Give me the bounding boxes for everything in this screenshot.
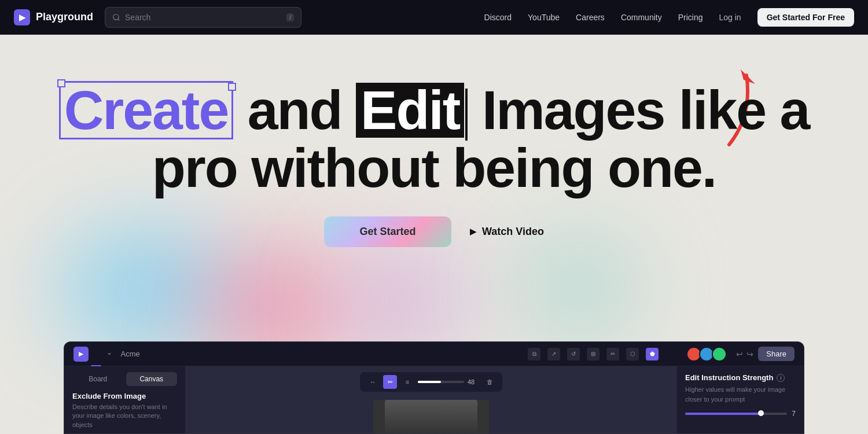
undo-icon[interactable]: ↩: [736, 350, 743, 359]
sidebar-section-desc: Describe details you don't want in your …: [72, 403, 177, 429]
svg-point-0: [113, 14, 119, 19]
right-panel-desc: Higher values will make your image close…: [685, 385, 796, 404]
navbar: ▶ Playground / Discord YouTube Careers C…: [0, 0, 868, 35]
canvas-slider-value: 48: [468, 378, 479, 385]
nav-cta-button[interactable]: Get Started For Free: [757, 8, 854, 27]
search-icon: [112, 13, 120, 21]
watch-video-label: Watch Video: [482, 226, 544, 238]
blob-green: [521, 243, 637, 330]
topbar-frame-icon[interactable]: ⊞: [587, 348, 599, 361]
headline-create: Create: [59, 81, 234, 139]
app-right-panel: Edit Instruction Strength i Higher value…: [676, 366, 804, 434]
hero-buttons: Get Started ▶ Watch Video: [324, 216, 544, 247]
app-content: Board Canvas Exclude From Image Describe…: [64, 366, 804, 434]
app-name-label: Acme: [121, 350, 140, 358]
app-sidebar: Board Canvas Exclude From Image Describe…: [64, 366, 186, 434]
topbar-arrow-icon[interactable]: ↗: [547, 348, 560, 361]
redo-icon[interactable]: ↪: [746, 350, 753, 359]
app-preview: ▶ pro Acme ⧉ ↗ ↺ ⊞ ✏ ⬡ ⬟ ↩ ↪ Sha: [64, 341, 804, 434]
rp-slider-track[interactable]: [685, 413, 787, 415]
sidebar-tab-board[interactable]: Board: [72, 372, 124, 386]
right-panel-slider: 7: [685, 410, 796, 418]
topbar-bucket-icon[interactable]: ⬡: [626, 348, 639, 361]
hero-section: Create and Edit Images like a pro withou…: [0, 35, 868, 434]
canvas-thumbnail: [373, 400, 489, 434]
hero-headline: Create and Edit Images like a pro withou…: [36, 81, 833, 196]
sidebar-tab-canvas[interactable]: Canvas: [126, 372, 178, 386]
headline-line2: pro without being one.: [152, 137, 716, 198]
headline-edit: Edit: [356, 83, 464, 138]
nav-link-discord[interactable]: Discord: [484, 13, 512, 22]
canvas-tool-align[interactable]: ≡: [400, 375, 414, 389]
topbar-pen-icon[interactable]: ✏: [606, 348, 619, 361]
canvas-tool-arrow[interactable]: ↔: [366, 375, 380, 389]
nav-logo[interactable]: ▶ Playground: [14, 9, 93, 25]
app-logo-small: ▶: [73, 347, 89, 362]
search-container: /: [105, 7, 301, 28]
rp-slider-value: 7: [792, 410, 796, 418]
nav-link-youtube[interactable]: YouTube: [528, 13, 560, 22]
avatar-3: [712, 347, 727, 362]
headline-and: and: [248, 79, 356, 141]
nav-link-community[interactable]: Community: [621, 13, 662, 22]
canvas-slider-container: [418, 381, 464, 383]
nav-links: Discord YouTube Careers Community Pricin…: [484, 8, 854, 27]
topbar-brush-icon[interactable]: ⬟: [646, 348, 659, 361]
get-started-button[interactable]: Get Started: [324, 216, 451, 247]
canvas-slider-track[interactable]: [418, 381, 464, 383]
canvas-tool-brush[interactable]: ✏: [383, 375, 397, 389]
blob-purple: [347, 249, 463, 353]
canvas-image: [385, 400, 477, 434]
search-shortcut: /: [286, 13, 294, 21]
nav-link-pricing[interactable]: Pricing: [678, 13, 703, 22]
right-panel-title: Edit Instruction Strength i: [685, 373, 796, 382]
text-cursor: [465, 89, 468, 141]
headline-rest: Images like a: [482, 79, 809, 141]
rp-slider-fill: [685, 413, 762, 415]
app-topbar-icons: ⧉ ↗ ↺ ⊞ ✏ ⬡ ⬟: [528, 348, 659, 361]
headline-edit-wrapper: Edit: [356, 83, 468, 141]
nav-logo-text: Playground: [36, 11, 93, 23]
right-panel-title-text: Edit Instruction Strength: [685, 373, 773, 382]
sidebar-tabs: Board Canvas: [72, 372, 177, 386]
canvas-tool-delete[interactable]: 🗑: [483, 375, 496, 389]
watch-video-button[interactable]: ▶ Watch Video: [470, 226, 544, 238]
dropdown-icon: [106, 351, 113, 358]
undo-redo-controls: ↩ ↪: [736, 350, 753, 359]
topbar-duplicate-icon[interactable]: ⧉: [528, 348, 540, 361]
app-canvas: ↔ ✏ ≡ 48 🗑: [186, 366, 676, 434]
app-topbar: ▶ pro Acme ⧉ ↗ ↺ ⊞ ✏ ⬡ ⬟ ↩ ↪ Sha: [64, 342, 804, 366]
play-icon: ▶: [470, 227, 476, 236]
sidebar-section-title: Exclude From Image: [72, 392, 177, 400]
rp-slider-thumb: [758, 410, 764, 416]
nav-login-link[interactable]: Log in: [719, 13, 741, 22]
canvas-toolbar: ↔ ✏ ≡ 48 🗑: [360, 372, 502, 392]
topbar-rotate-icon[interactable]: ↺: [567, 348, 580, 361]
share-button[interactable]: Share: [758, 347, 795, 361]
nav-link-careers[interactable]: Careers: [576, 13, 605, 22]
canvas-slider-fill: [418, 381, 441, 383]
search-input[interactable]: [125, 13, 282, 22]
logo-icon: ▶: [14, 9, 30, 25]
app-user-avatars: [686, 347, 727, 362]
info-icon[interactable]: i: [777, 374, 785, 382]
